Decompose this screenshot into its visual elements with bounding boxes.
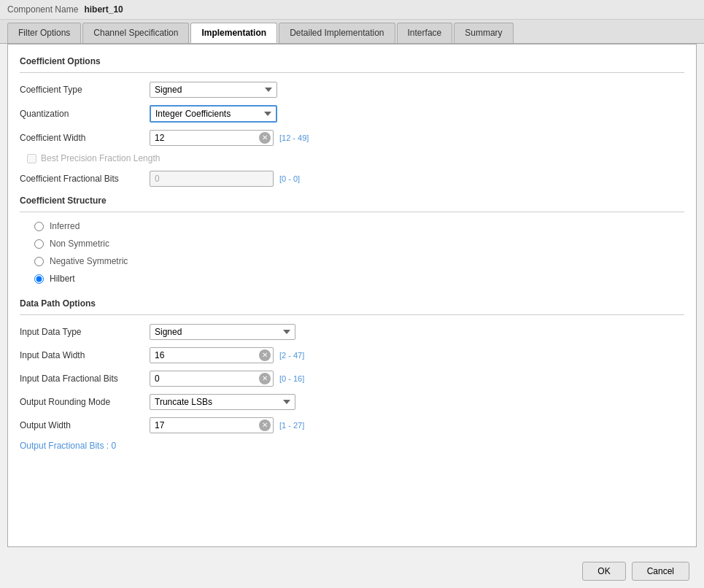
coefficient-width-label: Coefficient Width	[20, 133, 144, 143]
radio-hilbert-label: Hilbert	[50, 274, 75, 284]
data-path-options-title: Data Path Options	[20, 298, 684, 309]
radio-inferred-label: Inferred	[50, 221, 80, 231]
coefficient-width-row: Coefficient Width ✕ [12 - 49]	[20, 130, 684, 146]
title-bar: Component Name hibert_10	[0, 0, 704, 20]
output-width-row: Output Width ✕ [1 - 27]	[20, 417, 684, 433]
coefficient-structure-title: Coefficient Structure	[20, 196, 684, 206]
tab-interface[interactable]: Interface	[397, 23, 453, 43]
coefficient-fractional-bits-range: [0 - 0]	[279, 174, 300, 183]
tab-implementation[interactable]: Implementation	[190, 23, 277, 43]
coefficient-width-input-container: ✕	[150, 130, 274, 146]
ok-button[interactable]: OK	[582, 562, 625, 581]
output-rounding-mode-select[interactable]: Truncate LSBs Round to Even Truncate	[150, 394, 295, 410]
best-precision-label: Best Precision Fraction Length	[41, 153, 160, 163]
input-data-fractional-bits-input-container: ✕	[150, 371, 274, 387]
radio-row-non-symmetric: Non Symmetric	[34, 239, 684, 249]
best-precision-row: Best Precision Fraction Length	[27, 153, 684, 163]
component-name-label: Component Name	[7, 4, 78, 15]
output-width-clear-button[interactable]: ✕	[259, 419, 271, 431]
component-name-value: hibert_10	[84, 4, 123, 15]
best-precision-checkbox[interactable]	[27, 154, 36, 163]
output-width-input[interactable]	[150, 417, 274, 433]
main-window: Component Name hibert_10 Filter Options …	[0, 0, 704, 588]
coefficient-width-range: [12 - 49]	[279, 134, 309, 142]
input-data-type-label: Input Data Type	[20, 327, 144, 337]
output-fractional-bits-row: Output Fractional Bits : 0	[20, 441, 684, 451]
input-data-width-row: Input Data Width ✕ [2 - 47]	[20, 347, 684, 363]
radio-non-symmetric-label: Non Symmetric	[50, 239, 109, 249]
input-data-fractional-bits-input[interactable]	[150, 371, 274, 387]
radio-row-negative-symmetric: Negative Symmetric	[34, 256, 684, 266]
coefficient-width-input[interactable]	[150, 130, 274, 146]
content-area: Coefficient Options Coefficient Type Sig…	[7, 44, 697, 547]
radio-row-inferred: Inferred	[34, 221, 684, 231]
coefficient-options-title: Coefficient Options	[20, 56, 684, 66]
quantization-label: Quantization	[20, 109, 144, 119]
quantization-select[interactable]: Integer Coefficients Quantization Noise	[150, 105, 277, 123]
input-data-width-clear-button[interactable]: ✕	[259, 349, 271, 361]
input-data-fractional-bits-row: Input Data Fractional Bits ✕ [0 - 16]	[20, 371, 684, 387]
coefficient-type-select[interactable]: Signed Unsigned	[150, 82, 277, 98]
input-data-width-input[interactable]	[150, 347, 274, 363]
radio-inferred[interactable]	[34, 222, 44, 231]
input-data-width-label: Input Data Width	[20, 350, 144, 360]
tab-summary[interactable]: Summary	[454, 23, 513, 43]
input-data-type-row: Input Data Type Signed Unsigned	[20, 324, 684, 340]
coefficient-fractional-bits-label: Coefficient Fractional Bits	[20, 174, 144, 184]
tab-channel-specification[interactable]: Channel Specification	[82, 23, 189, 43]
radio-hilbert[interactable]	[34, 274, 44, 284]
coefficient-type-row: Coefficient Type Signed Unsigned	[20, 82, 684, 98]
input-data-width-range: [2 - 47]	[279, 351, 304, 360]
tab-detailed-implementation[interactable]: Detailed Implementation	[279, 23, 395, 43]
output-rounding-mode-label: Output Rounding Mode	[20, 397, 144, 407]
tab-filter-options[interactable]: Filter Options	[7, 23, 81, 43]
coefficient-options-section: Coefficient Options Coefficient Type Sig…	[20, 56, 684, 187]
output-width-label: Output Width	[20, 420, 144, 430]
input-data-fractional-bits-range: [0 - 16]	[279, 374, 304, 383]
coefficient-fractional-bits-input-container	[150, 171, 274, 187]
radio-row-hilbert: Hilbert	[34, 274, 684, 284]
data-path-options-section: Data Path Options Input Data Type Signed…	[20, 298, 684, 451]
coefficient-fractional-bits-input[interactable]	[150, 171, 274, 187]
radio-negative-symmetric-label: Negative Symmetric	[50, 256, 128, 266]
output-rounding-mode-row: Output Rounding Mode Truncate LSBs Round…	[20, 394, 684, 410]
coefficient-fractional-bits-row: Coefficient Fractional Bits [0 - 0]	[20, 171, 684, 187]
output-width-input-container: ✕	[150, 417, 274, 433]
radio-non-symmetric[interactable]	[34, 239, 44, 249]
coefficient-type-label: Coefficient Type	[20, 85, 144, 95]
quantization-row: Quantization Integer Coefficients Quanti…	[20, 105, 684, 123]
footer: OK Cancel	[0, 554, 704, 588]
coefficient-width-clear-button[interactable]: ✕	[259, 132, 271, 144]
output-fractional-bits-value: 0	[111, 441, 116, 451]
output-width-range: [1 - 27]	[279, 421, 304, 430]
tabs-bar: Filter Options Channel Specification Imp…	[0, 20, 704, 44]
input-data-fractional-bits-label: Input Data Fractional Bits	[20, 374, 144, 384]
input-data-type-select[interactable]: Signed Unsigned	[150, 324, 295, 340]
cancel-button[interactable]: Cancel	[632, 562, 689, 581]
input-data-width-input-container: ✕	[150, 347, 274, 363]
output-fractional-bits-label: Output Fractional Bits :	[20, 441, 109, 451]
coefficient-structure-section: Coefficient Structure Inferred Non Symme…	[20, 196, 684, 284]
radio-negative-symmetric[interactable]	[34, 257, 44, 266]
input-data-fractional-bits-clear-button[interactable]: ✕	[259, 373, 271, 384]
